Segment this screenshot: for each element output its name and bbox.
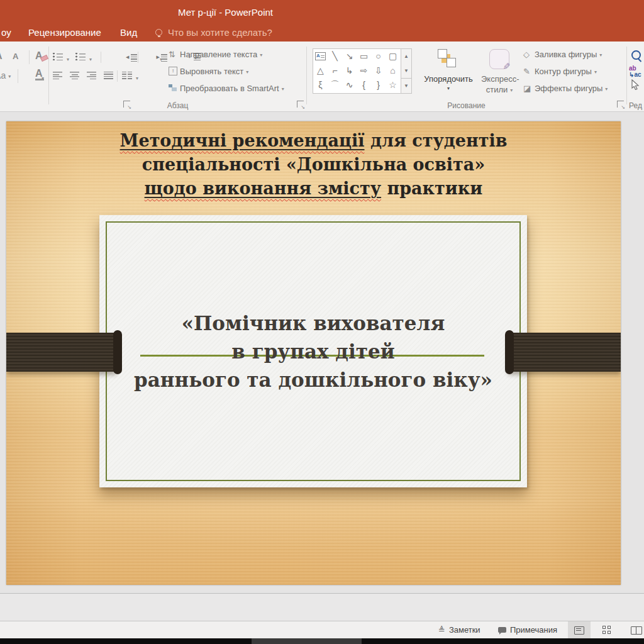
- editing-group-label: Ред: [629, 101, 644, 110]
- divider: [117, 70, 118, 82]
- quick-styles-button[interactable]: Экспресс- стили: [481, 47, 518, 107]
- grow-font-icon[interactable]: А: [0, 50, 3, 62]
- arrange-icon: [438, 49, 459, 69]
- quick-styles-icon: [489, 49, 509, 69]
- textbox-shape-icon[interactable]: [313, 49, 328, 64]
- shapes-gallery: ╲ ↘ ▭ ○ ▢ △ ⌐ ↳ ⇨ ⇩ ⌂ ξ ⌒ ∿ { } ☆ ▲ ▼ ▼: [313, 48, 412, 94]
- rounded-rect-shape-icon[interactable]: ▢: [386, 49, 400, 64]
- right-brace-shape-icon[interactable]: }: [371, 78, 386, 92]
- subtitle-card[interactable]: «Помічник вихователя в групах дітей ранн…: [99, 215, 527, 487]
- slide-sorter-icon: [602, 626, 611, 634]
- group-divider: [48, 47, 49, 104]
- tab-view[interactable]: Вид: [120, 27, 137, 38]
- align-center-icon[interactable]: [70, 72, 79, 79]
- reading-view-icon: [631, 626, 642, 635]
- align-right-icon[interactable]: [87, 72, 96, 79]
- status-bar: ≜Заметки Примечания: [0, 621, 644, 638]
- tab-slideshow-partial[interactable]: оу: [1, 27, 11, 38]
- tell-me-box[interactable]: Что вы хотите сделать?: [168, 27, 272, 38]
- align-text-icon: ↕: [169, 67, 177, 75]
- font-color-dropdown[interactable]: [39, 72, 44, 83]
- left-brace-shape-icon[interactable]: {: [357, 78, 371, 92]
- align-text-button[interactable]: Выровнять текст: [180, 67, 248, 76]
- triangle-shape-icon[interactable]: △: [313, 64, 328, 78]
- drawing-dialog-launcher[interactable]: [617, 101, 624, 108]
- shape-outline-button[interactable]: Контур фигуры: [535, 67, 597, 76]
- arrange-button[interactable]: Упорядочить ▾: [417, 47, 480, 107]
- gallery-scroll-down-icon[interactable]: ▼: [401, 64, 411, 78]
- quick-styles-label-2: стили: [482, 85, 516, 94]
- powerpoint-window: Мет р-ції - PowerPoint оу Рецензирование…: [0, 0, 644, 644]
- curve-shape-icon[interactable]: ∿: [342, 78, 357, 92]
- elbow-arrow-connector-icon[interactable]: ↳: [342, 64, 357, 78]
- change-case-icon[interactable]: Аа: [0, 70, 11, 80]
- arc-shape-icon[interactable]: ⌒: [328, 78, 342, 92]
- shrink-font-icon[interactable]: А: [13, 52, 18, 61]
- columns-dropdown[interactable]: [133, 72, 138, 83]
- subtitle-textbox[interactable]: «Помічник вихователя в групах дітей ранн…: [99, 309, 527, 394]
- subtitle-line-1: «Помічник вихователя: [99, 309, 527, 338]
- select-pointer-icon[interactable]: [631, 79, 640, 92]
- shape-effects-button[interactable]: Эффекты фигуры: [535, 84, 608, 93]
- clear-formatting-icon[interactable]: А: [35, 50, 43, 61]
- paragraph-dialog-launcher[interactable]: [297, 101, 304, 108]
- shape-outline-icon: ✎: [523, 67, 530, 76]
- notes-toggle[interactable]: ≜Заметки: [438, 625, 480, 635]
- tab-review[interactable]: Рецензирование: [28, 27, 101, 38]
- slide[interactable]: Методичні рекомендації для студентів спе…: [6, 121, 621, 585]
- columns-icon[interactable]: [122, 72, 132, 79]
- arrow-shape-icon[interactable]: ↘: [342, 49, 357, 64]
- right-block-arrow-icon[interactable]: ⇨: [357, 64, 371, 78]
- arrange-dropdown-arrow: ▾: [417, 86, 480, 91]
- group-divider: [306, 47, 307, 104]
- reading-view-button[interactable]: [625, 621, 644, 638]
- subtitle-line-3: раннього та дошкільного віку»: [99, 366, 527, 394]
- slide-title-line-2: спеціальності «Дошкільна освіта»: [6, 153, 621, 177]
- text-direction-button[interactable]: Направление текста: [180, 50, 262, 59]
- rectangle-shape-icon[interactable]: ▭: [357, 49, 371, 64]
- taskbar-segment: [252, 638, 362, 644]
- convert-smartart-button[interactable]: Преобразовать в SmartArt: [180, 84, 284, 93]
- freeform-shape-icon[interactable]: ⌂: [386, 64, 400, 78]
- comments-toggle[interactable]: Примечания: [498, 625, 557, 635]
- align-left-icon[interactable]: [53, 72, 62, 79]
- slide-title-line-3: щодо виконання змісту практики: [6, 177, 621, 201]
- taskbar: [0, 638, 644, 644]
- star-shape-icon[interactable]: ☆: [386, 78, 400, 92]
- numbering-icon[interactable]: [75, 53, 86, 60]
- normal-view-button[interactable]: [568, 621, 591, 638]
- numbering-dropdown[interactable]: [87, 53, 92, 64]
- shape-fill-button[interactable]: Заливка фигуры: [535, 50, 602, 59]
- find-icon[interactable]: [631, 50, 641, 60]
- ellipse-shape-icon[interactable]: ○: [371, 49, 386, 64]
- window-title: Мет р-ції - PowerPoint: [178, 7, 273, 18]
- group-divider: [626, 47, 627, 104]
- gallery-scroll-up-icon[interactable]: ▲: [401, 49, 411, 64]
- line-spacing-dropdown[interactable]: [157, 53, 162, 64]
- down-block-arrow-icon[interactable]: ⇩: [371, 64, 386, 78]
- justify-icon[interactable]: [104, 72, 113, 79]
- gallery-more-icon[interactable]: ▼: [401, 78, 411, 93]
- bullets-dropdown[interactable]: [64, 53, 69, 64]
- scribble-shape-icon[interactable]: ξ: [313, 78, 328, 92]
- smartart-icon: [169, 84, 177, 91]
- line-shape-icon[interactable]: ╲: [328, 49, 342, 64]
- subtitle-line-2: в групах дітей: [99, 338, 527, 366]
- notes-pane[interactable]: [0, 594, 644, 621]
- shape-fill-icon: ◇: [523, 50, 530, 59]
- arrange-label: Упорядочить: [417, 74, 480, 84]
- gallery-scrollbar: ▲ ▼ ▼: [401, 49, 411, 93]
- bullets-icon[interactable]: [53, 53, 63, 60]
- replace-icon[interactable]: ab ↳ac: [629, 65, 641, 78]
- divider: [29, 50, 30, 64]
- slide-title-textbox[interactable]: Методичні рекомендації для студентів спе…: [6, 129, 621, 201]
- divider: [101, 52, 101, 63]
- comments-icon: [498, 627, 506, 633]
- ribbon-band-left: [6, 333, 116, 372]
- ribbon-band-right: [508, 333, 621, 372]
- elbow-connector-icon[interactable]: ⌐: [328, 64, 342, 78]
- ribbon-band-right-cap: [505, 330, 514, 374]
- decrease-indent-icon[interactable]: [126, 54, 137, 62]
- slide-sorter-view-button[interactable]: [596, 621, 619, 638]
- title-bar: Мет р-ції - PowerPoint: [0, 0, 644, 25]
